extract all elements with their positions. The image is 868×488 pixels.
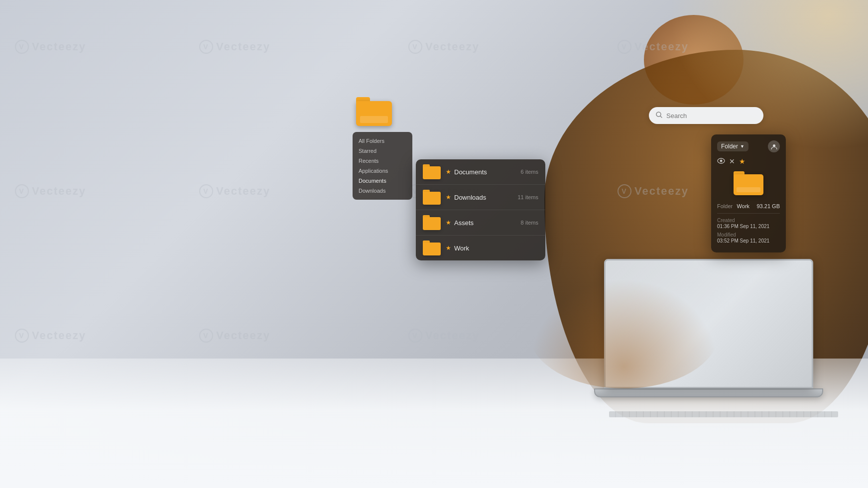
detail-panel-header: Folder ▼ (717, 140, 780, 152)
file-count-downloads: 11 items (517, 194, 538, 200)
detail-created-value: 01:36 PM Sep 11, 2021 (717, 224, 780, 229)
file-name-documents: Documents (454, 168, 487, 176)
folder-dropdown[interactable]: Folder ▼ (717, 141, 748, 151)
detail-modified-row: Modified 03:52 PM Sep 11, 2021 (717, 232, 780, 244)
file-list-item-documents[interactable]: ★ Documents 6 items (416, 159, 545, 185)
file-name-work: Work (454, 244, 469, 252)
star-detail-icon[interactable]: ★ (739, 157, 745, 165)
detail-actions: ✕ ★ (717, 157, 780, 165)
detail-panel: Folder ▼ ✕ ★ Folder Work 93.21 (711, 134, 786, 252)
detail-type-row: Folder Work 93.21 GB (717, 203, 780, 209)
star-icon-assets[interactable]: ★ (446, 219, 451, 226)
search-icon (656, 112, 662, 120)
sidebar-item-recents[interactable]: Recents (353, 156, 412, 166)
folder-icon-documents (423, 164, 441, 179)
star-icon-downloads[interactable]: ★ (446, 194, 451, 201)
svg-line-1 (660, 116, 662, 118)
svg-point-2 (773, 144, 775, 147)
laptop-keyboard (609, 411, 838, 417)
detail-modified-label: Modified (717, 232, 780, 238)
detail-folder-body (734, 174, 763, 195)
detail-type-label: Folder (717, 203, 733, 209)
folder-icon-downloads (423, 190, 441, 205)
chevron-down-icon: ▼ (740, 144, 744, 149)
laptop (604, 259, 843, 418)
file-name-assets: Assets (454, 219, 474, 227)
sidebar-item-all-folders[interactable]: All Folders (353, 136, 412, 146)
file-name-downloads: Downloads (454, 194, 486, 201)
sidebar-item-applications[interactable]: Applications (353, 166, 412, 176)
search-bar[interactable] (649, 107, 763, 124)
detail-modified-value: 03:52 PM Sep 11, 2021 (717, 238, 780, 244)
sidebar-item-starred[interactable]: Starred (353, 146, 412, 156)
svg-point-4 (720, 160, 723, 162)
file-list-panel: ★ Documents 6 items ★ Downloads 11 items… (416, 159, 545, 260)
folder-dropdown-label: Folder (721, 143, 738, 150)
laptop-screen (604, 259, 813, 388)
detail-folder-name: Work (737, 203, 749, 209)
detail-created-row: Created 01:36 PM Sep 11, 2021 (717, 218, 780, 229)
sidebar-item-downloads[interactable]: Downloads (353, 186, 412, 196)
star-icon-documents[interactable]: ★ (446, 168, 451, 175)
laptop-base (594, 388, 823, 397)
file-count-assets: 8 items (521, 220, 538, 226)
detail-meta: Created 01:36 PM Sep 11, 2021 Modified 0… (717, 213, 780, 244)
folder-body (356, 101, 392, 126)
folder-icon-work (423, 241, 441, 255)
search-input[interactable] (666, 112, 756, 120)
file-list-item-assets[interactable]: ★ Assets 8 items (416, 210, 545, 236)
detail-created-label: Created (717, 218, 780, 223)
star-icon-work[interactable]: ★ (446, 244, 451, 251)
folder-icon-assets (423, 215, 441, 230)
sidebar-panel: All Folders Starred Recents Applications… (353, 132, 412, 200)
close-icon[interactable]: ✕ (729, 157, 735, 165)
user-avatar-button[interactable] (768, 140, 780, 152)
file-count-documents: 6 items (521, 169, 538, 175)
file-list-item-work[interactable]: ★ Work (416, 236, 545, 260)
view-icon[interactable] (717, 157, 725, 165)
detail-folder-size: 93.21 GB (757, 203, 780, 209)
detail-folder-preview (717, 171, 780, 198)
file-list-item-downloads[interactable]: ★ Downloads 11 items (416, 185, 545, 210)
folder-icon-hero (356, 97, 392, 126)
detail-folder-icon (734, 171, 763, 195)
sidebar-item-documents[interactable]: Documents (353, 176, 412, 186)
